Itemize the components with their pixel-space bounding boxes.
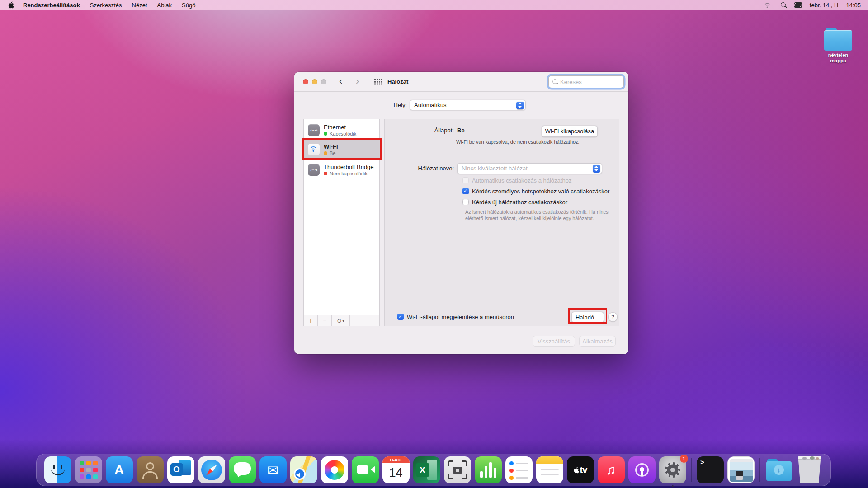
dock-system-preferences-icon[interactable]: 1: [659, 456, 686, 483]
search-input[interactable]: [560, 76, 621, 87]
wifi-status-icon[interactable]: [764, 2, 771, 8]
menubar-status-label: Wi-Fi-állapot megjelenítése a menüsoron: [407, 314, 514, 320]
search-field[interactable]: [548, 75, 624, 88]
dock-numbers-icon[interactable]: [475, 456, 502, 483]
dock-maps-icon[interactable]: [290, 456, 317, 483]
network-name-placeholder: Nincs kiválasztott hálózat: [462, 165, 528, 172]
advanced-button[interactable]: Haladó…: [571, 312, 604, 323]
menu-item-sugo[interactable]: Súgó: [182, 2, 195, 9]
dock-finder-icon[interactable]: [44, 456, 71, 483]
apple-logo-icon: [8, 1, 14, 9]
menu-bar-date[interactable]: febr. 14., H: [810, 2, 839, 9]
status-dot-green: [324, 132, 327, 136]
sidebar-toolbar: + − ⊖▾: [304, 315, 379, 326]
dock-app-store-icon[interactable]: A: [106, 456, 133, 483]
dock-podcasts-icon[interactable]: [628, 456, 656, 483]
dock-music-icon[interactable]: ♫: [598, 456, 625, 483]
title-bar[interactable]: ‹ › Hálózat: [294, 72, 628, 92]
gear-icon: [665, 462, 680, 478]
wifi-turn-off-button[interactable]: Wi-Fi kikapcsolása: [542, 126, 598, 137]
sidebar-item-thunderbolt-bridge[interactable]: ‹···› Thunderbolt Bridge Nem kapcsolódik: [304, 161, 379, 178]
dock-downloads-folder-icon[interactable]: ↓: [765, 456, 793, 483]
zoom-button: [321, 79, 326, 84]
service-name: Ethernet: [324, 124, 356, 131]
dock-messages-icon[interactable]: [229, 456, 256, 483]
dock-screenshot-icon[interactable]: [444, 456, 471, 483]
dock-apple-tv-icon[interactable]: tv: [567, 456, 594, 483]
add-service-button[interactable]: +: [304, 315, 318, 326]
dropdown-stepper-icon: [593, 165, 600, 173]
checkbox-row-hotspot: Kérdés személyes hotspotokhoz való csatl…: [462, 188, 609, 195]
location-label: Hely:: [294, 102, 407, 108]
location-dropdown[interactable]: Automatikus: [410, 100, 526, 110]
window-title: Hálózat: [387, 72, 408, 92]
dropdown-stepper-icon: [516, 102, 524, 109]
status-label: Állapot:: [385, 127, 454, 134]
dock-desktop-picture-app-icon[interactable]: [727, 456, 755, 483]
menu-item-ablak[interactable]: Ablak: [157, 2, 172, 9]
dock-terminal-icon[interactable]: >_: [697, 456, 724, 483]
services-sidebar: ‹···› Ethernet Kapcsolódik Wi-Fi Be ‹···…: [303, 119, 380, 326]
minimize-button[interactable]: [312, 79, 317, 84]
menu-item-nezet[interactable]: Nézet: [132, 2, 147, 9]
menubar-status-checkbox[interactable]: [397, 314, 404, 320]
dock-mail-icon[interactable]: ✉: [259, 456, 287, 483]
dock-contacts-icon[interactable]: [137, 456, 164, 483]
hotspot-label: Kérdés személyes hotspotokhoz való csatl…: [472, 188, 609, 195]
service-status: Kapcsolódik: [330, 131, 356, 136]
dock: A O ✉ FEBR. 14 X tv ♫ 1 >_ ↓: [36, 454, 831, 486]
apple-menu[interactable]: [8, 1, 14, 9]
back-button[interactable]: ‹: [339, 72, 342, 92]
auto-join-note-line2: elérhető ismert hálózat, kézzel kell kij…: [465, 216, 594, 222]
dock-excel-icon[interactable]: X: [413, 456, 440, 483]
location-value: Automatikus: [414, 102, 447, 108]
ethernet-icon: ‹···›: [308, 124, 320, 136]
new-network-checkbox[interactable]: [462, 199, 469, 205]
forward-button[interactable]: ›: [356, 72, 359, 92]
dock-reminders-icon[interactable]: [505, 456, 533, 483]
service-name: Thunderbolt Bridge: [324, 164, 374, 170]
show-all-grid-icon[interactable]: [374, 79, 382, 85]
thunderbolt-bridge-icon: ‹···›: [308, 164, 320, 176]
dock-trash-icon[interactable]: [796, 456, 823, 483]
sidebar-item-ethernet[interactable]: ‹···› Ethernet Kapcsolódik: [304, 122, 379, 139]
remove-service-button[interactable]: −: [318, 315, 332, 326]
wifi-settings-panel: Állapot: Be Wi-Fi kikapcsolása Wi-Fi be …: [384, 119, 619, 326]
checkbox-row-auto-join: Automatikus csatlakozás a hálózathoz: [462, 177, 571, 184]
menu-item-szerkesztes[interactable]: Szerkesztés: [90, 2, 122, 9]
hotspot-checkbox[interactable]: [462, 188, 469, 194]
folder-icon: [824, 28, 852, 51]
dock-notes-icon[interactable]: [536, 456, 563, 483]
network-name-dropdown: Nincs kiválasztott hálózat: [457, 163, 602, 174]
dock-divider: [760, 458, 760, 482]
dock-facetime-icon[interactable]: [352, 456, 379, 483]
close-button[interactable]: [303, 79, 308, 84]
status-dot-orange: [324, 151, 327, 155]
control-center-icon[interactable]: [794, 2, 802, 8]
search-icon: [552, 79, 558, 84]
sidebar-item-wifi[interactable]: Wi-Fi Be: [304, 139, 379, 160]
menu-app-name[interactable]: Rendszerbeállítások: [23, 2, 80, 9]
dock-safari-icon[interactable]: [198, 456, 225, 483]
desktop: { "menu_bar": { "app_name": "Rendszerbeá…: [0, 0, 868, 488]
auto-join-note-line1: Az ismert hálózatokra automatikus csatla…: [465, 209, 609, 216]
action-menu-button[interactable]: ⊖▾: [332, 315, 350, 326]
auto-join-checkbox: [462, 177, 469, 183]
dock-outlook-icon[interactable]: O: [167, 456, 194, 483]
dock-divider: [691, 458, 692, 482]
status-value: Be: [457, 127, 465, 134]
network-preferences-window: ‹ › Hálózat Hely: Automatikus ‹···› Ethe…: [294, 72, 628, 354]
spotlight-search-icon[interactable]: [780, 2, 787, 8]
network-name-label: Hálózat neve:: [385, 165, 454, 172]
running-indicator: [672, 485, 674, 487]
service-status: Be: [330, 150, 335, 156]
menu-bar-time[interactable]: 14:05: [846, 2, 861, 9]
help-button[interactable]: ?: [608, 312, 618, 322]
dock-launchpad-icon[interactable]: [75, 456, 102, 483]
dock-photos-icon[interactable]: [321, 456, 348, 483]
auto-join-label: Automatikus csatlakozás a hálózathoz: [472, 177, 571, 184]
desktop-folder[interactable]: névtelen mappa: [822, 28, 854, 63]
service-name: Wi-Fi: [324, 143, 338, 150]
desktop-folder-label: névtelen mappa: [822, 52, 854, 63]
dock-calendar-icon[interactable]: FEBR. 14: [382, 456, 410, 483]
